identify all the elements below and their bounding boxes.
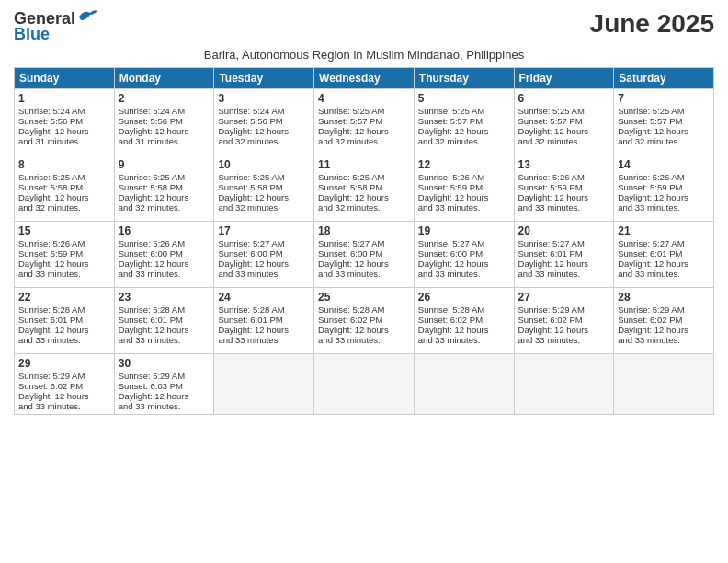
daylight-label: Daylight: 12 hours <box>618 126 688 136</box>
daylight-label: Daylight: 12 hours <box>218 259 289 269</box>
sunset-label: Sunset: 6:01 PM <box>119 315 183 325</box>
month-title: June 2025 <box>590 9 714 39</box>
sunrise-label: Sunrise: 5:28 AM <box>418 304 484 315</box>
col-thursday: Thursday <box>414 68 514 89</box>
list-item: 11 Sunrise: 5:25 AM Sunset: 5:58 PM Dayl… <box>314 155 415 222</box>
daylight-label: Daylight: 12 hours <box>218 126 289 136</box>
sunrise-label: Sunrise: 5:27 AM <box>318 238 384 248</box>
sunset-label: Sunset: 6:02 PM <box>318 315 382 325</box>
list-item: 6 Sunrise: 5:25 AM Sunset: 5:57 PM Dayli… <box>514 89 614 155</box>
header: General Blue June 2025 <box>14 9 714 44</box>
sunset-label: Sunset: 6:01 PM <box>18 315 83 325</box>
list-item: 20 Sunrise: 5:27 AM Sunset: 6:01 PM Dayl… <box>514 222 614 288</box>
daylight-minutes: and 32 minutes. <box>618 136 680 146</box>
sunset-label: Sunset: 5:57 PM <box>518 116 583 126</box>
sunrise-label: Sunrise: 5:25 AM <box>119 172 185 182</box>
sunrise-label: Sunrise: 5:27 AM <box>618 238 684 248</box>
day-number: 9 <box>119 158 210 171</box>
list-item: 21 Sunrise: 5:27 AM Sunset: 6:01 PM Dayl… <box>614 222 714 288</box>
col-monday: Monday <box>114 68 214 89</box>
sunset-label: Sunset: 5:56 PM <box>218 116 282 126</box>
logo-bird-icon <box>77 7 97 24</box>
daylight-minutes: and 32 minutes. <box>418 136 481 146</box>
col-sunday: Sunday <box>15 68 115 89</box>
sunset-label: Sunset: 6:03 PM <box>119 381 183 391</box>
empty-cell <box>214 354 314 415</box>
daylight-label: Daylight: 12 hours <box>218 325 289 335</box>
daylight-minutes: and 32 minutes. <box>119 202 181 213</box>
table-row: 15 Sunrise: 5:26 AM Sunset: 5:59 PM Dayl… <box>15 222 714 288</box>
day-number: 5 <box>418 92 510 105</box>
table-row: 22 Sunrise: 5:28 AM Sunset: 6:01 PM Dayl… <box>15 288 714 354</box>
sunrise-label: Sunrise: 5:27 AM <box>218 238 284 248</box>
sunrise-label: Sunrise: 5:25 AM <box>618 106 684 116</box>
daylight-label: Daylight: 12 hours <box>318 126 389 136</box>
list-item: 19 Sunrise: 5:27 AM Sunset: 6:00 PM Dayl… <box>414 222 514 288</box>
sunrise-label: Sunrise: 5:27 AM <box>518 238 585 248</box>
daylight-label: Daylight: 12 hours <box>518 325 589 335</box>
day-number: 18 <box>318 224 410 237</box>
sunset-label: Sunset: 5:57 PM <box>318 116 382 126</box>
daylight-label: Daylight: 12 hours <box>318 192 389 202</box>
list-item: 23 Sunrise: 5:28 AM Sunset: 6:01 PM Dayl… <box>114 288 214 354</box>
list-item: 8 Sunrise: 5:25 AM Sunset: 5:58 PM Dayli… <box>15 155 115 222</box>
daylight-minutes: and 33 minutes. <box>119 401 181 411</box>
daylight-minutes: and 33 minutes. <box>618 269 680 279</box>
sunrise-label: Sunrise: 5:25 AM <box>218 172 284 182</box>
page: General Blue June 2025 Barira, Autonomou… <box>0 0 728 563</box>
sunrise-label: Sunrise: 5:24 AM <box>18 106 85 116</box>
daylight-minutes: and 33 minutes. <box>618 335 680 345</box>
list-item: 18 Sunrise: 5:27 AM Sunset: 6:00 PM Dayl… <box>314 222 415 288</box>
daylight-label: Daylight: 12 hours <box>18 391 89 401</box>
subtitle: Barira, Autonomous Region in Muslim Mind… <box>14 48 714 62</box>
list-item: 10 Sunrise: 5:25 AM Sunset: 5:58 PM Dayl… <box>214 155 314 222</box>
day-number: 29 <box>18 357 110 370</box>
daylight-minutes: and 33 minutes. <box>418 335 481 345</box>
list-item: 25 Sunrise: 5:28 AM Sunset: 6:02 PM Dayl… <box>314 288 415 354</box>
sunset-label: Sunset: 5:57 PM <box>418 116 483 126</box>
day-number: 28 <box>618 291 710 304</box>
list-item: 27 Sunrise: 5:29 AM Sunset: 6:02 PM Dayl… <box>514 288 614 354</box>
sunrise-label: Sunrise: 5:27 AM <box>418 238 484 248</box>
sunrise-label: Sunrise: 5:26 AM <box>119 238 185 248</box>
sunrise-label: Sunrise: 5:26 AM <box>18 238 85 248</box>
daylight-label: Daylight: 12 hours <box>318 259 389 269</box>
sunrise-label: Sunrise: 5:25 AM <box>518 106 585 116</box>
sunset-label: Sunset: 5:57 PM <box>618 116 682 126</box>
sunrise-label: Sunrise: 5:25 AM <box>318 172 384 182</box>
sunset-label: Sunset: 5:59 PM <box>18 248 83 259</box>
sunset-label: Sunset: 6:00 PM <box>119 248 183 259</box>
daylight-label: Daylight: 12 hours <box>418 126 489 136</box>
daylight-minutes: and 33 minutes. <box>418 202 481 213</box>
daylight-label: Daylight: 12 hours <box>18 259 89 269</box>
sunset-label: Sunset: 5:58 PM <box>218 182 282 192</box>
sunset-label: Sunset: 5:58 PM <box>318 182 382 192</box>
daylight-label: Daylight: 12 hours <box>18 325 89 335</box>
day-number: 25 <box>318 291 410 304</box>
daylight-label: Daylight: 12 hours <box>119 259 189 269</box>
list-item: 14 Sunrise: 5:26 AM Sunset: 5:59 PM Dayl… <box>614 155 714 222</box>
sunrise-label: Sunrise: 5:28 AM <box>18 304 85 315</box>
daylight-minutes: and 32 minutes. <box>518 136 581 146</box>
empty-cell <box>414 354 514 415</box>
daylight-label: Daylight: 12 hours <box>618 192 688 202</box>
sunset-label: Sunset: 5:56 PM <box>18 116 83 126</box>
day-number: 24 <box>218 291 310 304</box>
daylight-label: Daylight: 12 hours <box>18 126 89 136</box>
col-friday: Friday <box>514 68 614 89</box>
daylight-minutes: and 32 minutes. <box>318 136 381 146</box>
daylight-minutes: and 31 minutes. <box>18 136 81 146</box>
list-item: 30 Sunrise: 5:29 AM Sunset: 6:03 PM Dayl… <box>114 354 214 415</box>
calendar: Sunday Monday Tuesday Wednesday Thursday… <box>14 67 714 415</box>
col-tuesday: Tuesday <box>214 68 314 89</box>
table-row: 29 Sunrise: 5:29 AM Sunset: 6:02 PM Dayl… <box>15 354 714 415</box>
daylight-label: Daylight: 12 hours <box>518 126 589 136</box>
sunset-label: Sunset: 5:59 PM <box>518 182 583 192</box>
sunrise-label: Sunrise: 5:28 AM <box>119 304 185 315</box>
day-number: 12 <box>418 158 510 171</box>
sunrise-label: Sunrise: 5:25 AM <box>18 172 85 182</box>
sunrise-label: Sunrise: 5:26 AM <box>518 172 585 182</box>
day-number: 7 <box>618 92 710 105</box>
col-wednesday: Wednesday <box>314 68 415 89</box>
list-item: 5 Sunrise: 5:25 AM Sunset: 5:57 PM Dayli… <box>414 89 514 155</box>
